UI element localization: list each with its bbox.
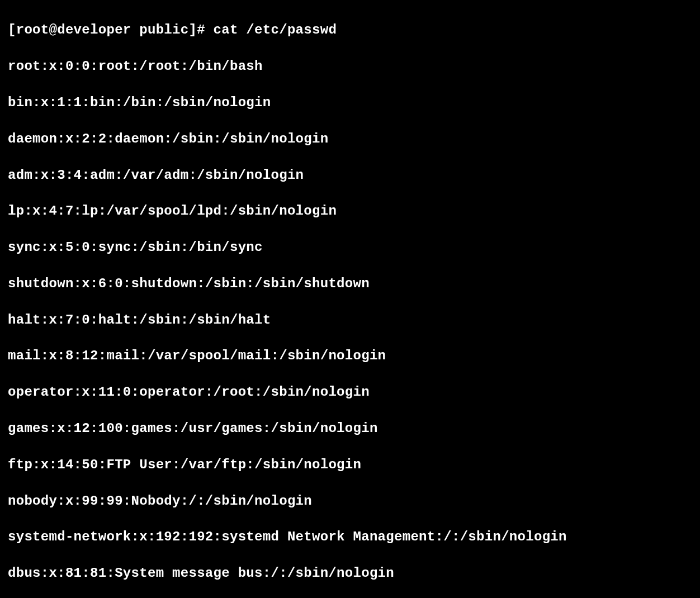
output-line: lp:x:4:7:lp:/var/spool/lpd:/sbin/nologin	[8, 202, 692, 220]
shell-prompt: [root@developer public]#	[8, 22, 214, 37]
output-line: root:x:0:0:root:/root:/bin/bash	[8, 58, 692, 75]
output-line: games:x:12:100:games:/usr/games:/sbin/no…	[8, 420, 692, 438]
terminal-viewport[interactable]: [root@developer public]# cat /etc/passwd…	[0, 0, 700, 598]
output-line: systemd-network:x:192:192:systemd Networ…	[8, 528, 692, 546]
command-line: [root@developer public]# cat /etc/passwd	[8, 21, 692, 39]
output-line: dbus:x:81:81:System message bus:/:/sbin/…	[8, 564, 692, 582]
output-line: nobody:x:99:99:Nobody:/:/sbin/nologin	[8, 492, 692, 510]
output-line: bin:x:1:1:bin:/bin:/sbin/nologin	[8, 94, 692, 112]
output-line: ftp:x:14:50:FTP User:/var/ftp:/sbin/nolo…	[8, 456, 692, 474]
output-line: halt:x:7:0:halt:/sbin:/sbin/halt	[8, 311, 692, 329]
output-line: sync:x:5:0:sync:/sbin:/bin/sync	[8, 239, 692, 257]
output-line: mail:x:8:12:mail:/var/spool/mail:/sbin/n…	[8, 347, 692, 365]
command-text: cat /etc/passwd	[214, 22, 337, 37]
output-line: adm:x:3:4:adm:/var/adm:/sbin/nologin	[8, 167, 692, 184]
output-line: daemon:x:2:2:daemon:/sbin:/sbin/nologin	[8, 130, 692, 148]
output-line: operator:x:11:0:operator:/root:/sbin/nol…	[8, 383, 692, 401]
output-line: shutdown:x:6:0:shutdown:/sbin:/sbin/shut…	[8, 275, 692, 293]
